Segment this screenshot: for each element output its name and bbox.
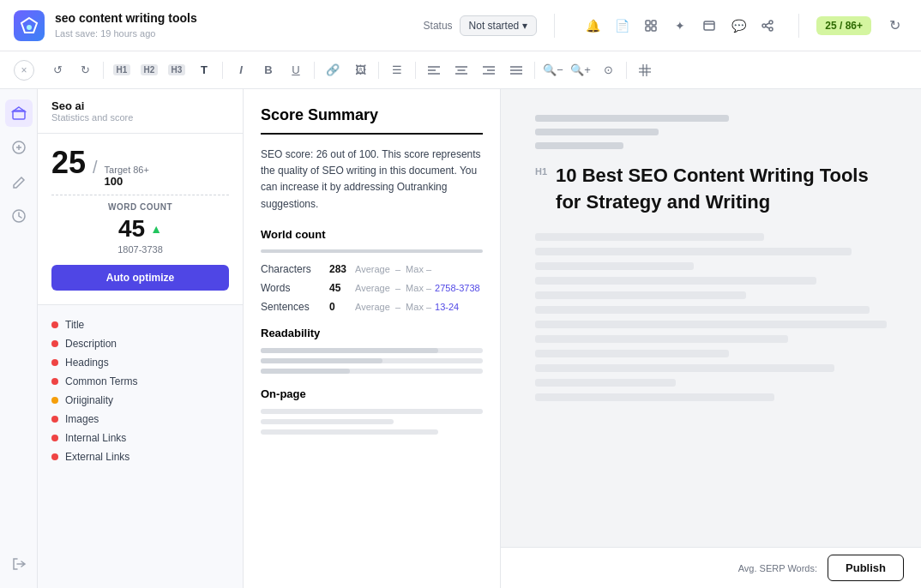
seo-panel: Seo ai Statistics and score 25 / Target … (38, 89, 244, 588)
list-item[interactable]: Images (51, 410, 229, 429)
grid-button[interactable] (632, 57, 658, 83)
window-icon[interactable] (695, 12, 723, 39)
avg-serp-label: Avg. SERP Words: (738, 563, 817, 573)
svg-point-9 (762, 24, 766, 27)
magic-icon[interactable]: ✦ (666, 12, 694, 39)
status-label: Status (424, 20, 453, 32)
check-external-links: External Links (65, 451, 129, 463)
h1-button[interactable]: H1 (109, 57, 135, 83)
sidebar-icon-clock[interactable] (5, 202, 33, 230)
check-common-terms: Common Terms (65, 375, 137, 387)
word-count-arrow: ▲ (150, 222, 162, 236)
seo-panel-subtitle: Statistics and score (51, 112, 229, 123)
last-save: Last save: 19 hours ago (55, 28, 155, 39)
h1-block: H1 10 Best SEO Content Writing Tools for… (535, 163, 887, 216)
word-count-label: WORD COUNT (51, 202, 229, 212)
bell-icon[interactable]: 🔔 (579, 12, 606, 39)
list-item[interactable]: Title (51, 315, 229, 334)
dot-originality (51, 397, 58, 404)
refresh-icon[interactable]: ↻ (882, 13, 907, 39)
svg-rect-5 (652, 27, 656, 31)
stat-value-sentences: 0 (329, 301, 355, 313)
underline-button[interactable]: U (283, 57, 309, 83)
italic-button[interactable]: I (228, 57, 254, 83)
summary-divider (261, 133, 483, 135)
stat-row-words: Words 45 Average – Max – 2758-3738 (261, 282, 483, 294)
sidebar-icon-edit[interactable] (5, 168, 33, 195)
zoom-fit-button[interactable]: ⊙ (595, 57, 621, 83)
list-button[interactable]: ☰ (384, 57, 410, 83)
bold-button[interactable]: B (256, 57, 281, 83)
undo-button[interactable]: ↺ (45, 57, 70, 83)
readability-bars (261, 348, 483, 374)
word-count-value: 45 (118, 215, 145, 243)
sentences-range-link[interactable]: 13-24 (435, 302, 459, 312)
sep4 (378, 62, 379, 79)
title-block: seo content writing tools Last save: 19 … (55, 11, 413, 40)
score-slash: / (93, 158, 98, 177)
redo-button[interactable]: ↻ (72, 57, 98, 83)
h3-button[interactable]: H3 (164, 57, 190, 83)
pre-title-lines (535, 115, 887, 149)
stat-label-characters: Characters (261, 263, 329, 275)
zoom-out-button[interactable]: 🔍− (540, 57, 566, 83)
word-count-range: 1807-3738 (51, 244, 229, 255)
stat-meta-words: Average – Max – 2758-3738 (355, 283, 483, 293)
auto-optimize-button[interactable]: Auto optimize (51, 265, 229, 291)
share-icon[interactable] (754, 12, 781, 39)
publish-button[interactable]: Publish (828, 555, 904, 581)
svg-line-11 (766, 23, 769, 25)
target-value: 100 (105, 175, 149, 188)
editor-inner[interactable]: H1 10 Best SEO Content Writing Tools for… (501, 89, 921, 547)
close-button[interactable]: × (14, 60, 34, 81)
text-button[interactable]: T (191, 57, 217, 83)
onpage-bars (261, 409, 483, 435)
image-button[interactable]: 🖼 (347, 57, 373, 83)
list-item[interactable]: Headings (51, 353, 229, 372)
zoom-in-button[interactable]: 🔍+ (568, 57, 593, 83)
summary-description: SEO score: 26 out of 100. This score rep… (261, 147, 483, 213)
score-number: 25 (51, 147, 86, 178)
editor-area: H1 10 Best SEO Content Writing Tools for… (501, 89, 921, 588)
check-originality: Oriiginality (65, 394, 113, 406)
chat-icon[interactable]: 💬 (725, 12, 752, 39)
svg-rect-2 (646, 21, 650, 25)
align-right-button[interactable] (476, 57, 502, 83)
h2-button[interactable]: H2 (136, 57, 162, 83)
status-dropdown[interactable]: Not started ▾ (460, 15, 538, 36)
sidebar-icon-home[interactable] (5, 99, 33, 127)
dot-external-links (51, 453, 58, 460)
align-left-button[interactable] (421, 57, 447, 83)
words-range-link[interactable]: 2758-3738 (435, 283, 480, 293)
svg-point-1 (27, 25, 32, 30)
list-item[interactable]: Oriiginality (51, 391, 229, 410)
checklist: Title Description Headings Common Terms … (38, 305, 243, 477)
main-content: Seo ai Statistics and score 25 / Target … (0, 89, 921, 588)
word-count-row: 45 ▲ (51, 215, 229, 243)
sidebar-icon-logout[interactable] (5, 550, 33, 578)
sep5 (415, 62, 416, 79)
sep6 (534, 62, 535, 79)
doc-icon[interactable]: 📄 (608, 12, 635, 39)
stat-meta-sentences: Average – Max – 13-24 (355, 302, 483, 312)
list-item[interactable]: Description (51, 334, 229, 353)
editor-toolbar: × ↺ ↻ H1 H2 H3 T I B U 🔗 🖼 ☰ 🔍− 🔍+ ⊙ (0, 51, 921, 89)
dot-common-terms (51, 378, 58, 385)
link-button[interactable]: 🔗 (320, 57, 346, 83)
svg-point-8 (769, 21, 773, 24)
list-item[interactable]: External Links (51, 447, 229, 466)
article-title[interactable]: 10 Best SEO Content Writing Tools for St… (556, 163, 887, 216)
sidebar-icon-seo[interactable] (5, 134, 33, 161)
align-justify-button[interactable] (503, 57, 529, 83)
dot-images (51, 416, 58, 423)
dot-internal-links (51, 435, 58, 441)
target-label: Target 86+ (105, 165, 149, 175)
score-section: 25 / Target 86+ 100 WORD COUNT 45 ▲ 1807… (38, 134, 243, 305)
layout-icon[interactable] (637, 12, 665, 39)
align-center-button[interactable] (448, 57, 474, 83)
list-item[interactable]: Common Terms (51, 372, 229, 391)
list-item[interactable]: Internal Links (51, 429, 229, 447)
chevron-down-icon: ▾ (522, 20, 527, 32)
separator-2 (798, 14, 799, 38)
dot-description (51, 340, 58, 347)
